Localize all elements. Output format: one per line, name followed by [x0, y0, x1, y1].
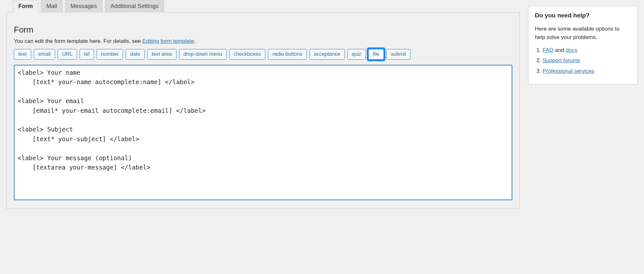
docs-link[interactable]: docs — [566, 47, 577, 53]
editing-form-template-link[interactable]: Editing form template — [142, 38, 194, 44]
help-item-pro: Professional services — [543, 66, 631, 76]
help-item-faq: FAQ and docs — [543, 45, 631, 55]
tag-quiz-button[interactable]: quiz — [347, 49, 366, 60]
help-intro: Here are some available options to help … — [535, 25, 631, 41]
form-panel: Form You can edit the form template here… — [6, 12, 520, 209]
tag-radio-button[interactable]: radio buttons — [268, 49, 307, 60]
support-forums-link[interactable]: Support forums — [543, 57, 580, 64]
tag-file-button[interactable]: file — [368, 49, 384, 60]
help-sidebar: Do you need help? Here are some availabl… — [528, 6, 638, 84]
faq-joiner: and — [554, 47, 566, 53]
tag-file-highlight: file — [367, 47, 385, 61]
tag-email-button[interactable]: email — [34, 49, 55, 60]
panel-desc-suffix: . — [194, 38, 196, 44]
panel-heading: Form — [14, 25, 512, 35]
tag-date-button[interactable]: date — [126, 49, 145, 60]
tag-checkboxes-button[interactable]: checkboxes — [229, 49, 266, 60]
tab-messages[interactable]: Messages — [65, 0, 102, 13]
tab-form[interactable]: Form — [13, 0, 38, 13]
tab-nav: Form Mail Messages Additional Settings — [6, 0, 520, 13]
tag-url-button[interactable]: URL — [58, 49, 77, 60]
tag-textarea-button[interactable]: text area — [147, 49, 176, 60]
tag-text-button[interactable]: text — [14, 49, 31, 60]
tab-additional-settings[interactable]: Additional Settings — [105, 0, 164, 13]
tag-tel-button[interactable]: tel — [80, 49, 94, 60]
tag-dropdown-button[interactable]: drop-down menu — [179, 49, 227, 60]
tag-submit-button[interactable]: submit — [386, 49, 411, 60]
professional-services-link[interactable]: Professional services — [543, 68, 594, 74]
panel-description: You can edit the form template here. For… — [14, 38, 512, 44]
help-list: FAQ and docs Support forums Professional… — [535, 45, 631, 76]
form-template-textarea[interactable] — [14, 65, 512, 200]
help-title: Do you need help? — [535, 12, 631, 19]
panel-desc-prefix: You can edit the form template here. For… — [14, 38, 142, 44]
tag-acceptance-button[interactable]: acceptance — [309, 49, 345, 60]
tag-number-button[interactable]: number — [97, 49, 123, 60]
tag-generator-row: text email URL tel number date text area… — [14, 49, 512, 60]
help-item-support: Support forums — [543, 55, 631, 66]
faq-link[interactable]: FAQ — [543, 47, 554, 53]
tab-mail[interactable]: Mail — [41, 0, 62, 13]
